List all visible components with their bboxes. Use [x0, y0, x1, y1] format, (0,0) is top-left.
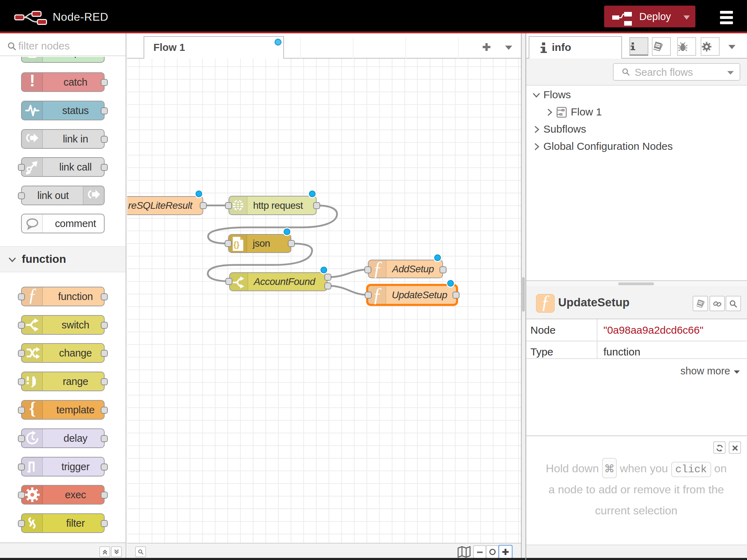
svg-text:{}: {}	[233, 240, 240, 249]
